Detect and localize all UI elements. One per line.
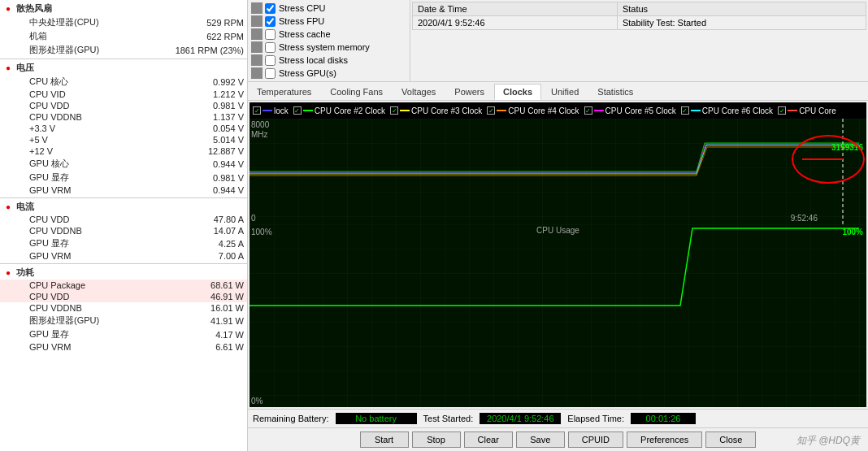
- tab-cooling-fans[interactable]: Cooling Fans: [321, 84, 392, 100]
- clock-chart-svg: [250, 119, 866, 224]
- stress-memory-label: Stress system memory: [279, 42, 370, 52]
- stress-cpu-item[interactable]: Stress CPU: [251, 2, 406, 15]
- bottom-status-bar: Remaining Battery: No battery Test Start…: [248, 409, 868, 427]
- status-table: Date & Time Status 2020/4/1 9:52:46 Stab…: [412, 2, 866, 30]
- battery-label: Remaining Battery:: [253, 414, 329, 423]
- stop-button[interactable]: Stop: [412, 431, 461, 448]
- stress-cache-item[interactable]: Stress cache: [251, 28, 406, 41]
- status-table-row: 2020/4/1 9:52:46 Stability Test: Started: [413, 16, 866, 30]
- power-section-header: ● 功耗: [0, 266, 247, 280]
- legend-color-core4: [497, 110, 506, 111]
- clock-y-unit: MHz: [251, 130, 268, 139]
- stress-memory-item[interactable]: Stress system memory: [251, 41, 406, 54]
- gpu-vrm-v-item: GPU VRM 0.944 V: [0, 184, 247, 196]
- cpuid-button[interactable]: CPUID: [568, 431, 623, 448]
- status-table-header-status: Status: [617, 2, 866, 16]
- v33-item: +3.3 V 0.054 V: [0, 123, 247, 134]
- tab-clocks[interactable]: Clocks: [494, 84, 541, 100]
- legend-item-core4: ✓ CPU Core #4 Clock: [487, 106, 579, 115]
- tab-voltages[interactable]: Voltages: [393, 84, 445, 100]
- stress-fpu-item[interactable]: Stress FPU: [251, 15, 406, 28]
- legend-label-core4: CPU Core #4 Clock: [508, 106, 579, 115]
- gpu-mem-w-item: GPU 显存 4.17 W: [0, 327, 247, 341]
- stress-panel: Stress CPU Stress FPU Stress cache Stres…: [248, 0, 410, 81]
- voltage-section-header: ● 电压: [0, 61, 247, 75]
- cpu-fan-item: 中央处理器(CPU) 529 RPM: [0, 15, 247, 29]
- cpu-usage-chart: CPU Usage 100% 0% 100%: [250, 224, 866, 407]
- status-table-header-datetime: Date & Time: [413, 2, 618, 16]
- top-right-area: Stress CPU Stress FPU Stress cache Stres…: [248, 0, 868, 82]
- stress-cache-checkbox[interactable]: [265, 29, 276, 40]
- cpu-vid-item: CPU VID 1.212 V: [0, 89, 247, 100]
- test-started-label: Test Started:: [423, 414, 474, 423]
- gpu-mem-v-item: GPU 显存 0.981 V: [0, 171, 247, 184]
- cpu-vdd-w-item: CPU VDD 46.91 W: [0, 291, 247, 302]
- stress-disks-checkbox[interactable]: [265, 55, 276, 66]
- voltage-label: 电压: [16, 62, 34, 74]
- tab-temperatures[interactable]: Temperatures: [248, 84, 320, 100]
- legend-label-core6: CPU Core #6 Clock: [702, 106, 773, 115]
- stress-cpu-checkbox[interactable]: [265, 3, 276, 14]
- legend-label-core3: CPU Core #3 Clock: [411, 106, 482, 115]
- legend-color-core5: [594, 110, 604, 111]
- clock-y-max: 8000: [251, 120, 269, 129]
- stress-gpu-checkbox[interactable]: [265, 68, 276, 79]
- gpu-core-v-item: GPU 核心 0.944 V: [0, 157, 247, 171]
- cpu-fan-label: 中央处理器(CPU): [29, 16, 179, 28]
- stress-memory-icon: [251, 41, 263, 53]
- legend-item-core3: ✓ CPU Core #3 Clock: [390, 106, 482, 115]
- tab-powers[interactable]: Powers: [445, 84, 493, 100]
- fans-section-header: ● 散热风扇: [0, 2, 247, 15]
- legend-item-core6: ✓ CPU Core #6 Clock: [681, 106, 773, 115]
- cpu-core-v-value: 0.992 V: [179, 77, 244, 87]
- gpu-fan-value: 1861 RPM (23%): [176, 46, 244, 55]
- test-started-value: 2020/4/1 9:52:46: [480, 413, 561, 424]
- stress-fpu-icon: [251, 15, 263, 27]
- voltage-icon: ●: [3, 63, 13, 73]
- tab-unified[interactable]: Unified: [542, 84, 588, 100]
- cpu-usage-y-top: 100%: [251, 228, 272, 236]
- stress-cache-label: Stress cache: [279, 29, 331, 39]
- clear-button[interactable]: Clear: [464, 431, 513, 448]
- case-fan-label: 机箱: [29, 30, 179, 42]
- stress-gpu-icon: [251, 67, 263, 79]
- status-datetime-cell: 2020/4/1 9:52:46: [413, 16, 618, 30]
- tab-statistics[interactable]: Statistics: [588, 84, 642, 100]
- save-button[interactable]: Save: [516, 431, 565, 448]
- legend-item-core2: ✓ CPU Core #2 Clock: [293, 106, 385, 115]
- cpu-package-item: CPU Package 68.61 W: [0, 280, 247, 291]
- legend-color-core-extra: [788, 110, 797, 111]
- legend-label-lock: lock: [274, 106, 289, 115]
- current-section-header: ● 电流: [0, 200, 247, 214]
- stress-memory-checkbox[interactable]: [265, 42, 276, 53]
- clock-legend: ✓ lock ✓ CPU Core #2 Clock ✓ CPU Core #3…: [250, 102, 866, 119]
- preferences-button[interactable]: Preferences: [627, 431, 702, 448]
- gpu-vrm-a-item: GPU VRM 7.00 A: [0, 250, 247, 262]
- close-button[interactable]: Close: [705, 431, 756, 448]
- legend-label-core5: CPU Core #5 Clock: [605, 106, 676, 115]
- battery-value: No battery: [336, 413, 417, 424]
- gpu-fan-item: 图形处理器(GPU) 1861 RPM (23%): [0, 43, 247, 57]
- legend-color-core2: [303, 110, 313, 111]
- start-button[interactable]: Start: [360, 431, 409, 448]
- cpu-usage-value-right: 100%: [842, 228, 863, 236]
- gpu-fan-label: 图形处理器(GPU): [29, 44, 176, 56]
- cpu-fan-value: 529 RPM: [179, 18, 244, 28]
- stress-gpu-item[interactable]: Stress GPU(s): [251, 67, 406, 80]
- cpu-core-v-item: CPU 核心 0.992 V: [0, 75, 247, 89]
- legend-item-core5: ✓ CPU Core #5 Clock: [584, 106, 676, 115]
- cpu-vddnb-w-item: CPU VDDNB 16.01 W: [0, 302, 247, 314]
- stress-gpu-label: Stress GPU(s): [279, 68, 336, 78]
- stress-disks-icon: [251, 54, 263, 66]
- status-table-container: Date & Time Status 2020/4/1 9:52:46 Stab…: [410, 0, 868, 81]
- power-icon: ●: [3, 268, 13, 278]
- current-label: 电流: [16, 201, 34, 213]
- stress-disks-item[interactable]: Stress local disks: [251, 54, 406, 67]
- stress-fpu-checkbox[interactable]: [265, 16, 276, 27]
- v5-item: +5 V 5.014 V: [0, 134, 247, 145]
- svg-rect-5: [250, 224, 866, 407]
- gpu-w-item: 图形处理器(GPU) 41.91 W: [0, 314, 247, 327]
- right-panel: Stress CPU Stress FPU Stress cache Stres…: [248, 0, 868, 451]
- tabs-bar: Temperatures Cooling Fans Voltages Power…: [248, 82, 868, 101]
- status-status-cell: Stability Test: Started: [617, 16, 866, 30]
